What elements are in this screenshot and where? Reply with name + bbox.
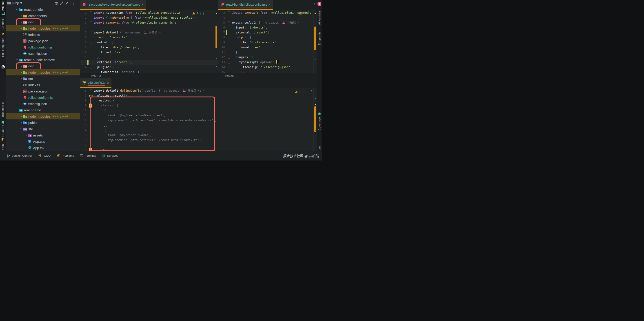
chevron-right-icon[interactable]: › <box>20 26 23 30</box>
expand-icon[interactable] <box>60 1 63 5</box>
breadcrumb[interactable]: external <box>80 73 218 78</box>
fold-marker-icon[interactable] <box>228 56 230 59</box>
fold-marker-icon[interactable] <box>228 21 230 24</box>
scrollbar-thumb[interactable] <box>314 26 316 50</box>
info-stripe-mark[interactable] <box>216 66 217 67</box>
tree-item-src[interactable]: ›</>src <box>6 126 80 132</box>
chevron-down-icon[interactable]: › <box>15 108 19 112</box>
tree-item-react-bundle[interactable]: ›react-bundle <box>6 6 80 12</box>
warning-stripe-mark[interactable] <box>314 104 316 105</box>
next-warning-arrow[interactable]: ↑ <box>302 90 304 94</box>
fold-marker-icon[interactable] <box>228 11 230 14</box>
tree-item-public[interactable]: ›public <box>6 119 80 126</box>
error-stripe[interactable] <box>314 10 317 73</box>
tree-item-dist[interactable]: ›dist <box>6 19 80 25</box>
chevron-right-icon[interactable]: › <box>20 77 23 80</box>
more-icon[interactable] <box>314 3 314 6</box>
tool-button-structure[interactable]: Structure <box>1 125 4 137</box>
structure-icon[interactable] <box>1 137 4 142</box>
tree-item-index-ts[interactable]: index.ts <box>6 31 80 38</box>
inspection-widget[interactable]: 1↑↓ <box>192 11 204 15</box>
scrollbar-thumb[interactable] <box>314 106 316 132</box>
tool-button-ai-assistant[interactable]: AI Assistant <box>318 8 321 25</box>
tree-item-components[interactable]: ›components <box>6 12 80 19</box>
close-icon[interactable]: × <box>269 3 270 7</box>
chevron-down-icon[interactable]: › <box>15 58 19 61</box>
tree-item-tsconfig-json[interactable]: TStsconfig.json <box>6 50 80 56</box>
chevron-down-icon[interactable]: › <box>22 2 25 3</box>
status-version-control[interactable]: Version Control <box>7 154 32 158</box>
tree-item-react-bundle-context[interactable]: ›react-bundle-context <box>6 56 80 63</box>
info-stripe-mark[interactable] <box>314 59 316 59</box>
laptop-icon[interactable] <box>1 12 5 16</box>
warning-stripe-mark[interactable] <box>314 13 316 14</box>
fx-gutter-icon[interactable]: f↑x <box>89 93 93 98</box>
fold-marker-icon[interactable] <box>228 36 230 39</box>
chevron-right-icon[interactable]: › <box>20 14 23 17</box>
locate-icon[interactable] <box>55 1 58 5</box>
prev-warning-arrow[interactable]: ↓ <box>310 11 311 15</box>
fold-marker-icon[interactable] <box>90 66 92 68</box>
tab-vite-config[interactable]: vite.config.ts × <box>80 78 112 88</box>
inspection-widget[interactable]: 1↑↓ <box>299 11 311 15</box>
tree-item-dist[interactable]: ›dist <box>6 63 80 69</box>
tool-button-pull-requests[interactable]: Pull Requests <box>1 38 4 57</box>
tree-item-rollup-config-mjs[interactable]: rollup.config.mjs <box>6 44 80 50</box>
chevron-right-icon[interactable]: › <box>20 64 23 68</box>
tree-item-react-demo[interactable]: ›react-demo <box>6 107 80 113</box>
tree-item-tsconfig-json[interactable]: TStsconfig.json <box>6 101 80 107</box>
scrollbar-thumb[interactable] <box>216 25 217 48</box>
bookmark-icon[interactable] <box>1 121 4 125</box>
code-editor[interactable]: 3import commonjs from '@rollup/plugin-co… <box>218 10 317 73</box>
hide-panel-icon[interactable] <box>76 3 78 3</box>
status-services[interactable]: Services <box>102 154 118 157</box>
coverage-icon[interactable] <box>318 112 321 116</box>
tab-rollup-config-context[interactable]: react-bundle-context/rollup.config.mjs × <box>80 0 146 10</box>
error-stripe[interactable] <box>314 88 317 151</box>
commit-icon[interactable] <box>1 32 4 36</box>
fold-marker-icon[interactable] <box>90 41 92 44</box>
chevron-right-icon[interactable]: › <box>20 121 23 124</box>
tool-button-endpoints[interactable]: Endpoints <box>318 31 321 45</box>
info-stripe-mark[interactable] <box>216 58 217 59</box>
tab-rollup-config-bundle[interactable]: react-bundle/rollup.config.mjs × <box>218 0 273 10</box>
tree-item-node-modules[interactable]: ›JSnode_moduleslibrary root <box>6 25 80 31</box>
close-icon[interactable]: × <box>107 81 109 85</box>
tool-button-commit[interactable]: Commit <box>1 19 4 29</box>
fold-marker-icon[interactable] <box>90 11 92 14</box>
tool-button-npm[interactable]: npm <box>1 144 4 150</box>
gutter-highlight-marker[interactable]: ▾ <box>89 103 92 108</box>
tree-item-app-tsx[interactable]: App.tsx <box>6 145 80 151</box>
fold-marker-icon[interactable] <box>90 21 92 24</box>
status-problems[interactable]: Problems <box>57 154 74 157</box>
chevron-right-icon[interactable]: › <box>20 114 23 118</box>
chevron-down-icon[interactable]: › <box>15 8 19 11</box>
ai-icon[interactable] <box>318 2 321 7</box>
tree-item-src[interactable]: ›</>src <box>6 75 80 82</box>
chevron-down-icon[interactable]: › <box>20 127 23 130</box>
more-icon[interactable] <box>73 2 74 5</box>
fold-marker-icon[interactable] <box>90 31 92 34</box>
fold-marker-icon[interactable] <box>228 61 230 63</box>
next-warning-arrow[interactable]: ↑ <box>200 11 201 15</box>
fold-marker-icon[interactable] <box>90 99 92 102</box>
close-icon[interactable]: × <box>142 3 143 7</box>
info-stripe-mark[interactable] <box>314 98 316 99</box>
github-icon[interactable] <box>1 65 5 70</box>
fold-marker-icon[interactable] <box>90 89 92 92</box>
code-editor[interactable]: 1import typescript from 'rollup-plugin-t… <box>80 10 218 73</box>
tree-item-app-css[interactable]: 3App.css <box>6 138 80 145</box>
info-stripe-mark[interactable] <box>314 130 316 131</box>
prev-warning-arrow[interactable]: ↓ <box>305 90 307 94</box>
status-terminal[interactable]: Terminal <box>80 154 96 157</box>
warning-stripe-mark[interactable] <box>216 13 217 14</box>
tool-button-coverage[interactable]: Coverage <box>318 117 321 131</box>
tree-item-index-ts[interactable]: index.ts <box>6 82 80 88</box>
chevron-right-icon[interactable]: › <box>20 20 23 24</box>
chevron-right-icon[interactable]: › <box>20 70 23 74</box>
code-editor[interactable]: 6export default defineConfig( config: { … <box>80 88 317 151</box>
inspection-widget[interactable]: 1↑↓ <box>295 90 307 94</box>
chevron-right-icon[interactable]: › <box>24 133 28 137</box>
tree-item-node-modules[interactable]: ›JSnode_moduleslibrary root <box>6 69 80 75</box>
prev-warning-arrow[interactable]: ↓ <box>203 11 204 15</box>
